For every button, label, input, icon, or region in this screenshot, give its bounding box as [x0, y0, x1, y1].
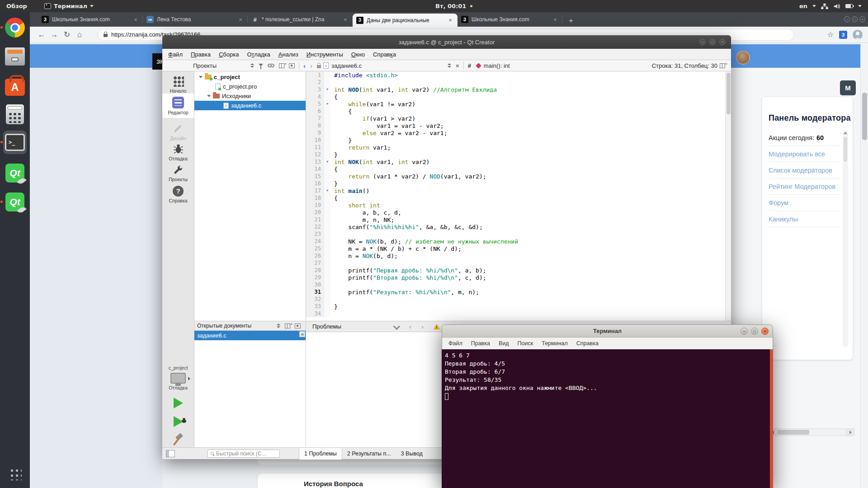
- clean-icon[interactable]: [393, 323, 401, 330]
- od-sort-icon[interactable]: [277, 323, 280, 328]
- fold-marker-icon[interactable]: ▼: [324, 86, 330, 93]
- horizontal-scroll-thumb[interactable]: [778, 430, 809, 435]
- tab-close-icon[interactable]: ×: [552, 16, 559, 23]
- menu-item-2[interactable]: Сборка: [215, 51, 243, 58]
- tree-item-c_project.pro[interactable]: c_project.pro: [194, 82, 306, 91]
- moderator-link-text[interactable]: Каникулы: [769, 216, 798, 223]
- messages-badge[interactable]: М: [840, 80, 856, 95]
- sort-icon[interactable]: [250, 63, 254, 68]
- code-editor[interactable]: 1#include <stdio.h>23▼int NOD(int var1, …: [306, 71, 731, 321]
- editor-scroll-thumb[interactable]: [726, 73, 731, 114]
- znanija-extension-icon[interactable]: З: [839, 31, 847, 39]
- terminal-menu-item[interactable]: Правка: [471, 340, 490, 347]
- page-scroll-thumb[interactable]: [862, 93, 867, 140]
- browser-tab[interactable]: #* полезные_ссылки | Zna×: [248, 12, 353, 27]
- locator-search-input[interactable]: Быстрый поиск (C...: [208, 450, 280, 458]
- next-problem-icon[interactable]: ›: [421, 323, 424, 330]
- app-menu[interactable]: Терминал: [44, 3, 94, 9]
- system-tray[interactable]: en: [799, 0, 862, 12]
- show-applications-icon[interactable]: [9, 467, 22, 480]
- close-document-icon[interactable]: ×: [456, 62, 459, 69]
- terminal-output[interactable]: 4 5 6 7Первая дробь: 4/5Вторая дробь: 6/…: [442, 349, 773, 488]
- terminal-titlebar[interactable]: Терминал – □ ×: [442, 324, 773, 338]
- terminal-menu-item[interactable]: Справка: [576, 340, 599, 347]
- split-icon[interactable]: [279, 63, 284, 68]
- menu-item-1[interactable]: Правка: [187, 51, 215, 58]
- scroll-right-icon[interactable]: [846, 429, 854, 436]
- tab-close-icon[interactable]: ×: [237, 16, 244, 23]
- editor-split-icon[interactable]: [720, 63, 725, 68]
- terminal-menu-item[interactable]: Поиск: [518, 340, 533, 347]
- panel-icon[interactable]: [289, 63, 295, 68]
- open-document-name[interactable]: задание6.c: [331, 62, 362, 69]
- terminal-minimize-button[interactable]: –: [741, 328, 748, 335]
- tree-item-задание6.c[interactable]: cзадание6.c: [194, 101, 306, 110]
- expand-arrow-icon[interactable]: [199, 76, 203, 78]
- dock-item-calculator[interactable]: [3, 103, 27, 126]
- profile-avatar[interactable]: [853, 30, 863, 40]
- tree-item-Исходники[interactable]: Исходники: [194, 91, 306, 101]
- terminal-close-button[interactable]: ×: [761, 328, 769, 335]
- editor-scrollbar[interactable]: [725, 71, 731, 321]
- dock-item-terminal[interactable]: >_: [3, 131, 27, 154]
- browser-minimize-button[interactable]: –: [844, 16, 850, 22]
- dock-item-chrome[interactable]: [3, 16, 27, 39]
- terminal-menu-item[interactable]: Файл: [448, 340, 462, 347]
- moderator-link-text[interactable]: Список модераторов: [769, 167, 832, 174]
- browser-close-button[interactable]: ×: [859, 16, 865, 22]
- link-icon[interactable]: [268, 64, 274, 67]
- current-symbol[interactable]: main(): int: [484, 62, 510, 69]
- reload-icon[interactable]: ↻: [61, 30, 73, 39]
- menu-item-4[interactable]: Анализ: [274, 51, 302, 58]
- menu-item-0[interactable]: Файл: [164, 51, 187, 58]
- dock-item-software[interactable]: A: [3, 74, 27, 97]
- mode-item-edit[interactable]: Редактор: [162, 94, 194, 118]
- panel-scrollbar[interactable]: [843, 130, 848, 347]
- terminal-menu-item[interactable]: Вид: [499, 340, 509, 347]
- user-avatar[interactable]: [736, 51, 750, 65]
- horizontal-scrollbar[interactable]: [769, 428, 854, 436]
- od-split-icon[interactable]: [285, 324, 290, 328]
- qt-minimize-button[interactable]: –: [699, 39, 706, 45]
- go-back-icon[interactable]: ‹: [303, 62, 306, 70]
- qtcreator-titlebar[interactable]: задание6.c @ c_project - Qt Creator – □ …: [162, 35, 731, 49]
- bookmark-star-icon[interactable]: ☆: [827, 30, 834, 39]
- fold-marker-icon[interactable]: ▼: [324, 187, 330, 194]
- terminal-maximize-button[interactable]: □: [751, 328, 758, 335]
- keyboard-layout[interactable]: en: [799, 3, 807, 9]
- tab-close-icon[interactable]: ×: [342, 16, 349, 23]
- mode-item-projects[interactable]: Проекты: [162, 161, 194, 185]
- forward-icon[interactable]: →: [48, 30, 61, 39]
- doc-sort-icon[interactable]: [448, 63, 451, 68]
- browser-tab[interactable]: ЗШкольные Знания.com×: [38, 12, 143, 27]
- menu-item-3[interactable]: Отладка: [243, 51, 274, 58]
- dock-item-qtcreator[interactable]: Qt: [3, 161, 27, 185]
- dock-item-qtcreator[interactable]: Qt: [3, 190, 27, 214]
- tab-close-icon[interactable]: ×: [447, 17, 454, 23]
- output-tab-3[interactable]: 3 Вывод: [396, 448, 428, 460]
- mode-item-help[interactable]: ?Справка: [162, 182, 194, 206]
- browser-tab[interactable]: ЗШкольные Знания.com×: [458, 12, 562, 27]
- page-scrollbar[interactable]: [860, 43, 868, 488]
- run-button[interactable]: [174, 398, 183, 408]
- filter-icon[interactable]: [259, 64, 263, 66]
- home-icon[interactable]: ⌂: [73, 30, 86, 39]
- output-tab-2[interactable]: 2 Результаты п...: [342, 448, 396, 460]
- prev-problem-icon[interactable]: ‹: [409, 323, 411, 330]
- expand-arrow-icon[interactable]: [207, 95, 211, 97]
- fold-marker-icon[interactable]: ▼: [324, 100, 330, 108]
- output-tab-1[interactable]: 1 Проблемы: [299, 448, 342, 460]
- terminal-menu-item[interactable]: Терминал: [542, 340, 568, 347]
- projects-combo[interactable]: Проекты: [193, 62, 248, 69]
- od-scroll-up-icon[interactable]: [299, 331, 305, 337]
- browser-maximize-button[interactable]: □: [852, 16, 858, 22]
- tab-close-icon[interactable]: ×: [132, 16, 139, 23]
- warning-icon[interactable]: [434, 324, 440, 329]
- menu-item-5[interactable]: Инструменты: [302, 51, 347, 58]
- back-icon[interactable]: ←: [35, 30, 48, 39]
- qt-maximize-button[interactable]: □: [709, 39, 716, 45]
- symbol-hash-icon[interactable]: #: [468, 62, 471, 69]
- go-forward-icon[interactable]: ›: [310, 62, 312, 70]
- menu-item-7[interactable]: Справка: [369, 51, 400, 58]
- new-tab-button[interactable]: +: [565, 15, 577, 27]
